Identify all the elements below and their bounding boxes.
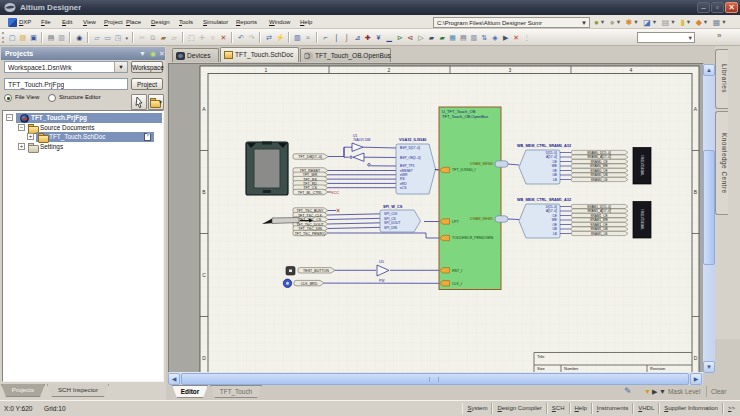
undo-icon[interactable]: ↶ [236,33,245,43]
project-combo[interactable]: TFT_Touch.PrjFpg [4,78,128,90]
menu-file[interactable]: File [41,16,51,28]
open-document-icon[interactable]: ▨ [18,33,27,43]
menu-design[interactable]: Design [151,16,170,28]
back-icon[interactable]: ●▼ [610,17,621,28]
place-wire-icon[interactable]: ⌐ [321,33,330,43]
tree-project-label[interactable]: TFT_Touch.PrjFpg [31,113,87,123]
zoom-document-icon[interactable]: ▱ [92,33,101,43]
expand-icon[interactable]: + [18,143,25,150]
place-port-icon[interactable]: ⊳ [395,33,404,43]
knowledge-centre-tab[interactable]: Knowledge Centre [715,111,728,215]
tree-row-project[interactable]: − TFT_Touch.PrjFpg [3,113,163,123]
project-button[interactable]: Project [131,78,163,90]
cut-icon[interactable]: ✂ [138,33,147,43]
path-combo-arrow-icon[interactable]: ▼ [581,20,587,26]
status-overflow-button[interactable]: >> [723,403,739,414]
workspace-combo-arrow-icon[interactable]: ▼ [114,62,127,72]
vhdl-button[interactable]: VHDL [633,403,659,414]
tree-source-documents-label[interactable]: Source Documents [40,123,94,133]
print-preview-icon[interactable]: ▥ [57,33,66,43]
vcc-power-net[interactable]: VCC [331,191,339,195]
openbus-sheet-symbol[interactable]: U_TFT_Touch_OB TFT_Touch_OB.OpenBus TFT_… [439,107,508,290]
schematic-canvas[interactable]: 1 2 3 4 A B C D A B D [169,64,703,372]
projects-tab[interactable]: Projects [1,384,45,397]
expand-icon[interactable]: + [27,133,34,140]
maximize-button[interactable]: ▫ [711,2,724,13]
scroll-down-icon[interactable]: ▼ [703,361,715,373]
collapse-icon[interactable]: − [6,114,13,121]
tree-row-settings[interactable]: + Settings [3,142,163,152]
supplier-information-button[interactable]: Supplier Information [659,403,723,414]
toolbar-overflow-icon[interactable]: » [717,31,721,40]
place-bus-icon[interactable]: ⌠ [332,33,341,43]
move-selection-icon[interactable]: ✛ [198,33,207,43]
openbus-doc-tab[interactable]: TFT_Touch_OB.OpenBus [300,48,391,62]
workspace-button[interactable]: Workspace [131,61,163,73]
design-compiler-button[interactable]: Design Compiler [492,403,546,414]
help-button[interactable]: Help [570,403,592,414]
place-c-code-icon[interactable]: ▰ [438,33,447,43]
collapse-icon[interactable]: − [18,124,25,131]
reorder-icon[interactable]: ⇅ [480,33,489,43]
favorites-icon[interactable]: ✱▼ [626,17,639,28]
paste-special-icon[interactable]: ▱ [170,33,179,43]
filter-funnel-icon[interactable]: ▼ [644,386,651,397]
sram0-chip[interactable]: IS61LV25616AL [633,148,651,185]
grid-snap-icon[interactable]: ▦▼ [713,17,727,28]
tree-row-schematic[interactable]: + TFT_Touch.SchDoc [3,132,163,142]
tree-row-source-documents[interactable]: − Source Documents [3,123,163,133]
place-text-icon[interactable]: ▦ [448,33,457,43]
place-netlabel-icon[interactable]: ▁ [385,33,394,43]
sch-button[interactable]: SCH [547,403,570,414]
menu-tools[interactable]: Tools [179,16,193,28]
clk-brd-port[interactable]: CLK_BRD [294,280,324,285]
sram1-net-ports[interactable]: SRAM1_D[15..0] SRAM1_A[17..0] SRAM1_CE S… [571,204,628,235]
place-signal-harness-icon[interactable]: ⌡ [342,33,351,43]
structure-editor-label[interactable]: Structure Editor [59,94,101,100]
system-button[interactable]: System [462,403,492,414]
deselect-icon[interactable]: ▿ [208,33,217,43]
filter-play-icon[interactable]: ▶ [652,386,657,397]
compile-icon[interactable]: ⚡ [275,33,284,43]
menu-dxp[interactable]: DXP [19,16,31,28]
structure-editor-radio[interactable] [48,94,56,102]
schematic-doc-tab[interactable]: TFT_Touch.SchDoc [220,47,299,62]
tft-touch-tab[interactable]: TFT_Touch [210,385,262,398]
filter-down-icon[interactable]: ▼ [659,386,666,397]
menu-edit[interactable]: Edit [62,16,72,28]
cross-probe-icon[interactable]: ⇄ [265,33,274,43]
redo-icon[interactable]: ↷ [247,33,256,43]
close-button[interactable]: ✕ [725,2,738,13]
menu-simulator[interactable]: Simulator [203,16,228,28]
place-sheet-symbol-icon[interactable]: ⊲ [406,33,415,43]
place-part-icon[interactable]: ⊿ [353,33,362,43]
tree-settings-label[interactable]: Settings [40,142,63,152]
menu-view[interactable]: View [83,16,96,28]
menu-window[interactable]: Window [269,16,290,28]
tft-lcd-component[interactable] [246,142,288,196]
place-junction-icon[interactable]: ✚ [363,33,372,43]
workspace-combo[interactable]: Workspace1.DsnWrk ▼ [4,61,128,73]
signals-icon[interactable]: ≈ [303,33,312,43]
web-home-icon[interactable]: ●▼ [594,17,605,28]
scroll-right-icon[interactable]: ▶ [690,373,702,385]
minimize-button[interactable]: – [697,2,710,13]
scroll-up-icon[interactable]: ▲ [703,64,715,76]
menu-place[interactable]: Place [126,16,141,28]
align-icon[interactable]: ▤ [459,33,468,43]
test-button-port[interactable]: TEST_BUTTON [298,268,335,273]
file-view-radio[interactable] [4,94,12,102]
open-project-folder-button[interactable]: ▼ [148,94,164,110]
route-icon[interactable]: ◈ [491,33,500,43]
vertical-scrollbar[interactable]: ▲ ▼ [703,64,715,373]
clear-button[interactable]: Clear [706,386,726,397]
copy-icon[interactable]: ⧉ [148,33,157,43]
jump-icon[interactable]: ◆▼ [696,17,709,28]
install-path-combo[interactable]: C:\Program Files\Altium Designer Sumr ▼ [433,17,590,28]
menu-reports[interactable]: Reports [236,16,257,28]
new-document-icon[interactable]: ▢ [8,33,17,43]
highlight-pen-icon[interactable]: ▮▼ [680,17,691,28]
sch-inspector-tab[interactable]: SCH Inspector [47,384,109,397]
browse-library-icon[interactable]: ▥ [293,33,302,43]
devices-tab[interactable]: Devices [172,48,219,62]
